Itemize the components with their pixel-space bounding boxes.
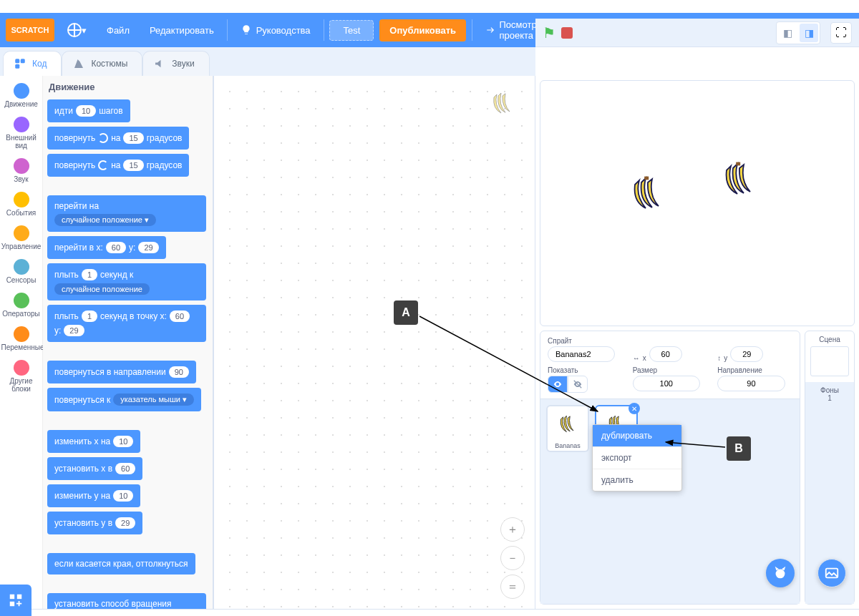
block-glide-to[interactable]: плыть 1 секунд к случайное положение — [47, 263, 206, 300]
block-input[interactable]: 1 — [82, 311, 97, 322]
add-extension-button[interactable] — [0, 585, 31, 616]
hide-sprite-button[interactable] — [568, 376, 588, 393]
block-input[interactable]: 90 — [169, 366, 189, 378]
sprite-size-input[interactable] — [633, 376, 700, 391]
delete-sprite-button[interactable]: ✕ — [629, 403, 640, 414]
category-label: Переменные — [1, 343, 42, 351]
block-set-y[interactable]: установить y в 29 — [47, 512, 142, 534]
block-input[interactable]: 29 — [115, 517, 135, 529]
backpack[interactable]: Рюкзак — [0, 609, 859, 616]
block-input[interactable]: 60 — [115, 463, 135, 474]
category-Управление[interactable]: Управление — [1, 221, 42, 255]
size-label: Размер — [633, 366, 708, 374]
block-input[interactable]: 10 — [76, 105, 96, 117]
sprite-y-input[interactable] — [730, 346, 763, 362]
block-input[interactable]: 1 — [82, 269, 97, 280]
block-dropdown[interactable]: случайное положение — [54, 283, 150, 295]
block-text: повернуть — [54, 160, 95, 170]
block-glide-xy[interactable]: плыть 1 секунд в точку x: 60 y: 29 — [47, 305, 206, 342]
sprite-info: Спрайт ↔ x ↕ y Показать — [540, 331, 800, 399]
tab-code[interactable]: Код — [3, 51, 62, 76]
file-menu[interactable]: Файл — [100, 13, 137, 47]
category-Сенсоры[interactable]: Сенсоры — [1, 255, 42, 288]
svg-rect-10 — [10, 595, 14, 599]
category-label: Операторы — [1, 310, 42, 318]
publish-button[interactable]: Опубликовать — [379, 19, 466, 41]
block-rotation-style[interactable]: установить способ вращения влево-вправо — [47, 593, 206, 609]
tab-costumes[interactable]: Костюмы — [62, 51, 142, 76]
block-input[interactable]: 29 — [64, 325, 84, 336]
scratch-logo[interactable]: SCRATCH — [6, 19, 54, 41]
block-move-steps[interactable]: идти 10 шагов — [47, 99, 130, 122]
add-backdrop-button[interactable] — [817, 559, 846, 587]
block-goto[interactable]: перейти на случайное положение ▾ — [47, 195, 206, 232]
tab-sounds[interactable]: Звуки — [142, 51, 209, 76]
zoom-reset-button[interactable]: ＝ — [500, 575, 525, 599]
block-input[interactable]: 15 — [123, 160, 143, 171]
sprite-tile-bananas[interactable]: Bananas — [546, 405, 589, 452]
stage-thumbnail[interactable] — [810, 346, 849, 376]
block-turn-ccw[interactable]: повернуть на 15 градусов — [47, 154, 189, 177]
category-Операторы[interactable]: Операторы — [1, 288, 42, 322]
sprite-name-input[interactable] — [548, 346, 615, 362]
block-input[interactable]: 10 — [113, 490, 133, 502]
block-dropdown[interactable]: указатель мыши ▾ — [113, 393, 194, 406]
block-text: установить y в — [54, 518, 112, 528]
edit-menu[interactable]: Редактировать — [142, 13, 221, 47]
block-turn-cw[interactable]: повернуть на 15 градусов — [47, 127, 189, 150]
language-menu[interactable]: ▾ — [60, 13, 94, 47]
blocks-palette: Движение идти 10 шагов повернуть на 15 г… — [43, 76, 213, 609]
sprite-watermark — [488, 90, 517, 122]
block-input[interactable]: 29 — [138, 242, 158, 253]
small-stage-button[interactable]: ◧ — [778, 24, 797, 42]
stage[interactable] — [540, 80, 855, 326]
stage-header: ⚑ ◧ ◨ ⛶ — [535, 19, 859, 47]
block-goto-xy[interactable]: перейти в x: 60 y: 29 — [47, 236, 166, 259]
green-flag-button[interactable]: ⚑ — [543, 24, 555, 41]
script-workspace[interactable]: ＋ － ＝ — [214, 76, 535, 609]
block-input[interactable]: 15 — [123, 132, 143, 144]
arrow-y-icon: ↕ — [717, 354, 721, 362]
show-sprite-button[interactable] — [548, 376, 568, 393]
category-События[interactable]: События — [1, 187, 42, 221]
block-input[interactable]: 60 — [106, 242, 126, 253]
fullscreen-button[interactable]: ⛶ — [830, 22, 852, 44]
block-change-x[interactable]: изменить x на 10 — [47, 430, 140, 453]
context-export[interactable]: экспорт — [593, 447, 681, 469]
block-input[interactable]: 10 — [113, 436, 133, 447]
stage-sprite-bananas[interactable] — [626, 174, 669, 220]
category-Внешний вид[interactable]: Внешний вид — [1, 112, 42, 154]
sprite-direction-input[interactable] — [717, 376, 785, 391]
stop-button[interactable] — [561, 27, 573, 39]
project-title-input[interactable]: Test — [329, 20, 374, 41]
category-Звук[interactable]: Звук — [1, 154, 42, 187]
category-color-dot — [14, 225, 29, 241]
category-Переменные[interactable]: Переменные — [1, 322, 42, 356]
sprite-x-input[interactable] — [649, 346, 682, 362]
block-point-towards[interactable]: повернуться к указатель мыши ▾ — [47, 388, 201, 411]
block-input[interactable]: 60 — [170, 311, 190, 322]
stage-sprite-bananas2[interactable] — [718, 160, 761, 205]
lightbulb-icon — [241, 24, 252, 36]
block-dropdown[interactable]: случайное положение ▾ — [54, 214, 156, 226]
block-set-x[interactable]: установить x в 60 — [47, 457, 142, 480]
zoom-in-button[interactable]: ＋ — [500, 517, 525, 542]
block-text: изменить y на — [54, 491, 110, 501]
context-duplicate[interactable]: дублировать — [593, 425, 681, 447]
svg-rect-11 — [17, 595, 21, 599]
tutorials-button[interactable]: Руководства — [233, 13, 318, 47]
category-Движение[interactable]: Движение — [1, 79, 42, 112]
context-delete[interactable]: удалить — [593, 469, 681, 491]
block-text: на — [111, 133, 120, 143]
block-text: секунд в точку x: — [100, 311, 167, 321]
zoom-out-button[interactable]: － — [500, 546, 525, 570]
category-Другие блоки[interactable]: Другие блоки — [1, 356, 42, 397]
block-edge-bounce[interactable]: если касается края, оттолкнуться — [47, 553, 195, 575]
block-change-y[interactable]: изменить y на 10 — [47, 484, 140, 507]
blocks-category-header: Движение — [43, 76, 213, 95]
large-stage-button[interactable]: ◨ — [800, 24, 818, 42]
editor-tabs: Код Костюмы Звуки — [0, 47, 535, 76]
block-point-direction[interactable]: повернуться в направлении 90 — [47, 361, 196, 383]
add-sprite-button[interactable] — [766, 559, 795, 587]
stage-label: Сцена — [819, 336, 840, 343]
